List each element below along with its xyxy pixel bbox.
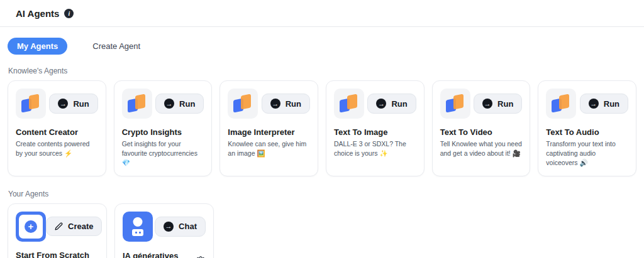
run-button[interactable]: → Run — [49, 94, 97, 114]
info-icon[interactable]: i — [64, 9, 74, 18]
agent-card-crypto-insights[interactable]: → Run Crypto Insights Get insights for y… — [114, 80, 213, 176]
card-description: Transform your text into captivating aud… — [546, 139, 628, 168]
card-title: Text To Image — [334, 127, 416, 137]
card-title: Start From Scratch — [16, 250, 99, 258]
arrow-right-icon: → — [164, 222, 174, 232]
arrow-right-icon: → — [589, 99, 599, 109]
run-button[interactable]: → Run — [155, 94, 204, 114]
knowlee-logo-icon — [122, 89, 152, 119]
knowlee-logo-icon — [440, 89, 470, 119]
card-description: DALL-E 3 or SDXL? The choice is yours ✨ — [334, 139, 416, 158]
card-title: IA génératives en éducation — [123, 250, 186, 258]
card-title: Content Creator — [16, 127, 98, 137]
agent-card-content-creator[interactable]: → Run Content Creator Create contents po… — [8, 80, 106, 176]
chat-button-label: Chat — [179, 222, 197, 231]
card-title: Image Interpreter — [228, 127, 310, 137]
arrow-right-icon: → — [482, 99, 492, 109]
run-button-label: Run — [604, 99, 619, 109]
run-button-label: Run — [497, 99, 513, 109]
your-agents-row: + Create Start From Scratch Create your … — [8, 203, 636, 258]
run-button[interactable]: → Run — [474, 94, 522, 114]
agent-card-text-to-image[interactable]: → Run Text To Image DALL-E 3 or SDXL? Th… — [326, 80, 425, 176]
arrow-right-icon: → — [58, 99, 68, 109]
arrow-right-icon: → — [376, 99, 386, 109]
card-title: Text To Video — [440, 127, 523, 137]
run-button-label: Run — [391, 99, 407, 109]
knowlee-logo-icon — [546, 89, 576, 119]
create-button[interactable]: Create — [46, 217, 102, 236]
knowlee-agents-section-label: Knowlee's Agents — [8, 67, 636, 75]
create-button-label: Create — [68, 222, 93, 231]
bot-icon — [123, 212, 153, 242]
run-button[interactable]: → Run — [580, 94, 628, 114]
agents-tabs: My Agents Create Agent — [8, 38, 636, 55]
run-button[interactable]: → Run — [262, 94, 310, 114]
run-button-label: Run — [179, 99, 195, 109]
agent-card-text-to-audio[interactable]: → Run Text To Audio Transform your text … — [538, 80, 636, 176]
card-description: Create contents powered by your sources … — [16, 139, 98, 158]
knowlee-logo-icon — [334, 89, 364, 119]
agent-card-text-to-video[interactable]: → Run Text To Video Tell Knowlee what yo… — [432, 80, 531, 176]
chat-button[interactable]: → Chat — [155, 217, 206, 237]
card-description: Tell Knowlee what you need and get a vid… — [440, 139, 523, 158]
pencil-icon — [55, 222, 63, 230]
knowlee-agents-row: → Run Content Creator Create contents po… — [8, 80, 636, 176]
knowlee-logo-icon — [16, 89, 46, 119]
arrow-right-icon: → — [164, 99, 174, 109]
agent-card-start-from-scratch[interactable]: + Create Start From Scratch Create your … — [8, 203, 107, 258]
page-title: AI Agents — [16, 8, 59, 19]
card-description: Get insights for your favourite cryptocu… — [122, 139, 204, 168]
plus-circle-icon: + — [16, 212, 46, 242]
your-agents-section-label: Your Agents — [8, 190, 636, 198]
card-description: Knowlee can see, give him an image 🖼️ — [228, 139, 310, 158]
tab-create-agent[interactable]: Create Agent — [83, 38, 150, 55]
arrow-right-icon: → — [270, 99, 280, 109]
run-button-label: Run — [73, 99, 89, 109]
run-button[interactable]: → Run — [367, 94, 416, 114]
agent-card-ia-generatives[interactable]: → Chat IA génératives en éducation — [114, 203, 214, 258]
main-content: My Agents Create Agent Knowlee's Agents … — [0, 27, 644, 258]
knowlee-logo-icon — [228, 89, 258, 119]
agent-card-image-interpreter[interactable]: → Run Image Interpreter Knowlee can see,… — [219, 80, 318, 176]
tab-my-agents[interactable]: My Agents — [8, 38, 67, 55]
page-header: AI Agents i — [0, 0, 644, 26]
run-button-label: Run — [286, 99, 301, 109]
card-title: Text To Audio — [546, 127, 628, 137]
card-title: Crypto Insights — [122, 127, 204, 137]
